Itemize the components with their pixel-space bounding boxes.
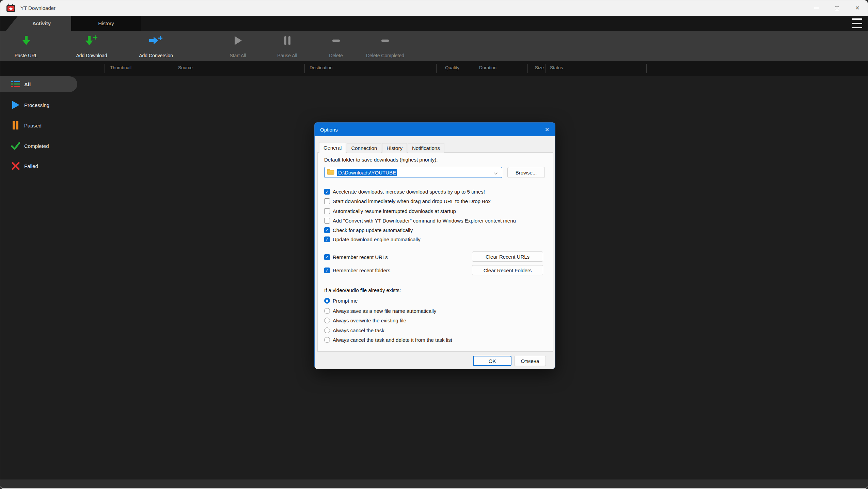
paste-url-icon <box>21 34 31 47</box>
add-conversion-icon <box>148 34 163 47</box>
status-bar <box>0 479 868 488</box>
maximize-button[interactable] <box>827 0 847 16</box>
checkbox-icon[interactable] <box>324 218 330 224</box>
paste-url-button[interactable]: Paste URL <box>10 34 42 58</box>
dialog-titlebar: Options ✕ <box>315 123 555 136</box>
options-dialog: Options ✕ General Connection History Not… <box>314 122 555 369</box>
dialog-tab-history[interactable]: History <box>382 143 407 153</box>
delete-completed-icon <box>381 34 390 47</box>
checkbox-icon[interactable] <box>324 227 330 233</box>
checkbox-icon[interactable] <box>324 268 330 273</box>
radio-cancel-task[interactable]: Always cancel the task <box>324 326 384 334</box>
tab-activity[interactable]: Activity <box>6 16 71 31</box>
checkbox-icon[interactable] <box>324 254 330 260</box>
minimize-icon <box>814 8 819 9</box>
sidebar-item-all[interactable]: All <box>0 76 96 92</box>
toolbar: Paste URL Add Download Add Conversion St… <box>0 31 868 61</box>
checkbox-remember-urls[interactable]: Remember recent URLs <box>324 253 388 261</box>
add-download-button[interactable]: Add Download <box>71 34 112 58</box>
column-source[interactable]: Source <box>178 65 193 70</box>
clear-recent-folders-button[interactable]: Clear Recent Folders <box>472 265 543 275</box>
column-size[interactable]: Size <box>525 65 544 70</box>
column-thumbnail[interactable]: Thumbnail <box>110 65 131 70</box>
radio-prompt-me[interactable]: Prompt me <box>324 297 358 304</box>
default-folder-label: Default folder to save downloads (highes… <box>324 157 438 163</box>
add-download-icon <box>85 34 98 47</box>
file-exists-label: If a video/audio file already exists: <box>324 287 401 293</box>
radio-overwrite[interactable]: Always overwrite the existing file <box>324 317 406 324</box>
checkbox-app-update[interactable]: Check for app update automatically <box>324 226 413 234</box>
browse-button[interactable]: Browse... <box>507 167 545 178</box>
radio-icon[interactable] <box>324 327 330 333</box>
app-window: YT Downloader ✕ Activity History Paste U… <box>0 0 868 489</box>
checkbox-icon[interactable] <box>324 198 330 204</box>
checkbox-start-on-drop[interactable]: Start download immediately when drag and… <box>324 197 491 205</box>
radio-icon[interactable] <box>324 337 330 343</box>
checkbox-remember-folders[interactable]: Remember recent folders <box>324 266 390 274</box>
minimize-button[interactable] <box>806 0 827 16</box>
add-conversion-button[interactable]: Add Conversion <box>134 34 178 58</box>
delete-icon <box>332 34 341 47</box>
delete-completed-button[interactable]: Delete Completed <box>360 34 411 58</box>
start-all-button[interactable]: Start All <box>220 34 256 58</box>
dialog-tab-general[interactable]: General <box>319 142 346 153</box>
dialog-tab-connection[interactable]: Connection <box>347 143 381 153</box>
column-duration[interactable]: Duration <box>479 65 496 70</box>
radio-icon[interactable] <box>324 318 330 323</box>
paused-icon <box>11 121 20 130</box>
clear-recent-urls-button[interactable]: Clear Recent URLs <box>472 251 543 262</box>
checkbox-icon[interactable] <box>324 236 330 242</box>
dialog-title: Options <box>320 127 338 133</box>
folder-path-value[interactable]: D:\Downloads\YOUTUBE <box>337 169 397 176</box>
radio-icon[interactable] <box>324 308 330 314</box>
sidebar-item-paused[interactable]: Paused <box>0 118 96 133</box>
sidebar-item-failed[interactable]: Failed <box>0 158 96 174</box>
sidebar-item-processing[interactable]: Processing <box>0 97 96 113</box>
window-title: YT Downloader <box>20 5 56 11</box>
processing-icon <box>11 101 20 109</box>
radio-icon[interactable] <box>324 298 330 304</box>
tab-history[interactable]: History <box>71 16 141 31</box>
combobox-chevron-down-icon[interactable] <box>494 171 498 174</box>
table-header-row: Thumbnail Source Destination Quality Dur… <box>0 61 868 76</box>
dialog-tab-notifications[interactable]: Notifications <box>408 143 444 153</box>
window-titlebar: YT Downloader ✕ <box>0 0 868 16</box>
start-all-icon <box>234 34 242 47</box>
dialog-close-button[interactable]: ✕ <box>539 123 555 136</box>
pause-all-button[interactable]: Pause All <box>269 34 305 58</box>
default-folder-combobox[interactable]: D:\Downloads\YOUTUBE <box>324 167 502 178</box>
cancel-button[interactable]: Отмена <box>514 356 546 366</box>
column-status[interactable]: Status <box>550 65 563 70</box>
checkbox-icon[interactable] <box>324 189 330 195</box>
all-filter-icon <box>11 80 20 89</box>
dialog-general-page: Default folder to save downloads (highes… <box>317 152 553 352</box>
failed-icon <box>11 162 20 170</box>
radio-cancel-and-delete[interactable]: Always cancel the task and delete it fro… <box>324 336 452 343</box>
checkbox-icon[interactable] <box>324 208 330 214</box>
close-icon: ✕ <box>855 5 859 11</box>
maximize-icon <box>835 6 839 10</box>
column-quality[interactable]: Quality <box>445 65 459 70</box>
column-destination[interactable]: Destination <box>310 65 333 70</box>
folder-icon <box>327 169 334 176</box>
dialog-tabs: General Connection History Notifications <box>319 142 445 153</box>
ok-button[interactable]: OK <box>473 356 511 366</box>
checkbox-auto-resume[interactable]: Automatically resume interrupted downloa… <box>324 207 456 215</box>
main-tabbar: Activity History <box>0 16 868 31</box>
radio-save-new-name[interactable]: Always save as a new file name automatic… <box>324 307 436 315</box>
completed-icon <box>11 141 20 150</box>
pause-all-icon <box>284 34 291 47</box>
checkbox-engine-update[interactable]: Update download engine automatically <box>324 235 421 243</box>
close-button[interactable]: ✕ <box>847 0 868 16</box>
checkbox-accelerate[interactable]: Accelerate downloads, increase download … <box>324 187 485 196</box>
checkbox-context-menu[interactable]: Add "Convert with YT Downloader" command… <box>324 216 516 225</box>
sidebar-item-completed[interactable]: Completed <box>0 138 96 154</box>
app-logo-icon <box>6 3 16 13</box>
menu-icon[interactable] <box>852 18 862 28</box>
delete-button[interactable]: Delete <box>320 34 352 58</box>
